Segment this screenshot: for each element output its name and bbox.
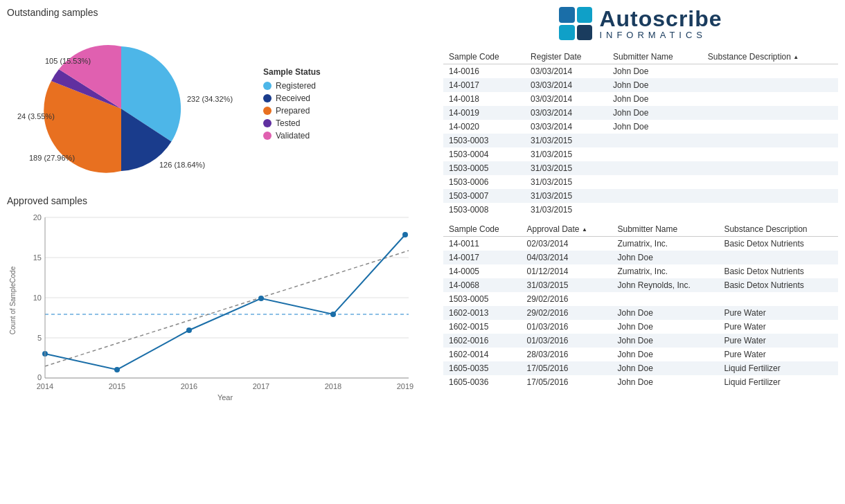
table-cell	[702, 189, 838, 203]
table-cell: 31/03/2015	[525, 147, 607, 161]
svg-text:2014: 2014	[37, 382, 53, 390]
table-cell	[612, 292, 718, 306]
table-cell: 1503-0005	[443, 292, 521, 306]
table-cell: 14-0017	[443, 78, 525, 92]
svg-text:24 (3.55%): 24 (3.55%)	[17, 112, 55, 120]
col-submitter-out[interactable]: Submitter Name	[607, 50, 702, 64]
approved-title: Approved samples	[7, 195, 429, 206]
prepared-dot	[263, 107, 272, 115]
table-cell: 17/05/2016	[521, 375, 612, 389]
table-cell	[702, 78, 838, 92]
svg-text:2015: 2015	[109, 382, 125, 390]
table-cell: Basic Detox Nutrients	[718, 278, 838, 292]
table-cell: 01/03/2016	[521, 320, 612, 334]
logo-cell-3	[559, 25, 575, 41]
svg-text:189 (27.96%): 189 (27.96%)	[29, 154, 75, 162]
left-panel: Outstanding samples	[0, 0, 436, 504]
table-cell: 31/03/2015	[525, 189, 607, 203]
table-cell: 1605-0035	[443, 361, 521, 375]
validated-dot	[263, 132, 272, 140]
table-cell: 1503-0003	[443, 134, 525, 147]
table-cell: 03/03/2014	[525, 92, 607, 106]
logo-text: Autoscribe INFORMATICS	[599, 8, 722, 40]
logo-name: Autoscribe	[599, 8, 722, 30]
table-cell: 29/02/2016	[521, 306, 612, 320]
table-cell	[607, 175, 702, 189]
svg-text:20: 20	[33, 213, 42, 222]
legend-tested: Tested	[263, 118, 321, 128]
table-cell: Pure Water	[718, 334, 838, 348]
logo-cell-1	[559, 7, 575, 23]
table-cell: 17/05/2016	[521, 361, 612, 375]
svg-text:5: 5	[37, 334, 42, 342]
svg-text:0: 0	[37, 373, 42, 381]
table-cell: 1602-0013	[443, 306, 521, 320]
table-cell	[607, 147, 702, 161]
table-cell: 03/03/2014	[525, 78, 607, 92]
pie-section: 232 (34.32%) 126 (18.64%) 189 (27.96%) 2…	[7, 22, 429, 188]
pie-legend: Sample Status Registered Received Prepar…	[263, 67, 321, 143]
table-cell	[607, 203, 702, 217]
table-cell: 31/03/2015	[525, 134, 607, 147]
col-approval-date[interactable]: Approval Date ▲	[521, 222, 612, 237]
table-cell: 14-0017	[443, 251, 521, 264]
col-sample-code-app[interactable]: Sample Code	[443, 222, 521, 237]
table-cell: 14-0068	[443, 278, 521, 292]
col-submitter-app[interactable]: Submitter Name	[612, 222, 718, 237]
svg-point-20	[186, 327, 192, 333]
table-cell: 14-0011	[443, 237, 521, 251]
table-cell: John Doe	[612, 306, 718, 320]
validated-label: Validated	[276, 131, 310, 141]
logo-cell-2	[577, 7, 593, 23]
table-cell: 1602-0014	[443, 348, 521, 361]
table-cell	[702, 175, 838, 189]
approved-table: Sample Code Approval Date ▲ Submitter Na…	[443, 222, 838, 389]
table-cell: Liquid Fertilizer	[718, 375, 838, 389]
svg-point-19	[114, 367, 120, 372]
table-cell: 14-0016	[443, 64, 525, 79]
registered-label: Registered	[276, 81, 316, 91]
svg-text:2016: 2016	[181, 382, 197, 390]
table-cell: 1503-0005	[443, 161, 525, 175]
right-panel: Autoscribe INFORMATICS Sample Code Regis…	[436, 0, 845, 504]
tested-dot	[263, 119, 272, 127]
tables-container: Sample Code Register Date Submitter Name…	[443, 50, 838, 395]
table-cell: 1602-0016	[443, 334, 521, 348]
col-substance-out[interactable]: Substance Description ▲	[702, 50, 838, 64]
received-label: Received	[276, 93, 310, 103]
table-cell: 03/03/2014	[525, 64, 607, 79]
table-cell: Pure Water	[718, 348, 838, 361]
outstanding-title: Outstanding samples	[7, 7, 429, 18]
table-cell	[702, 161, 838, 175]
table-cell: Pure Water	[718, 306, 838, 320]
table-cell: 14-0005	[443, 264, 521, 278]
logo-area: Autoscribe INFORMATICS	[443, 0, 838, 50]
table-cell	[702, 203, 838, 217]
table-cell	[702, 64, 838, 79]
table-cell: 04/03/2014	[521, 251, 612, 264]
svg-text:10: 10	[33, 294, 42, 302]
table-cell: 03/03/2014	[525, 106, 607, 120]
col-register-date[interactable]: Register Date	[525, 50, 607, 64]
table-cell	[607, 189, 702, 203]
table-cell	[718, 292, 838, 306]
col-sample-code-out[interactable]: Sample Code	[443, 50, 525, 64]
table-cell	[702, 134, 838, 147]
outstanding-table: Sample Code Register Date Submitter Name…	[443, 50, 838, 217]
svg-text:2019: 2019	[397, 382, 413, 390]
table-cell: 03/03/2014	[525, 120, 607, 134]
legend-registered: Registered	[263, 81, 321, 91]
legend-title: Sample Status	[263, 67, 321, 77]
table-cell: John Reynolds, Inc.	[612, 278, 718, 292]
svg-text:232 (34.32%): 232 (34.32%)	[187, 95, 233, 103]
col-substance-app[interactable]: Substance Description	[718, 222, 838, 237]
table-cell: John Doe	[612, 320, 718, 334]
registered-dot	[263, 82, 272, 90]
svg-text:126 (18.64%): 126 (18.64%)	[159, 161, 205, 169]
table-cell: Basic Detox Nutrients	[718, 237, 838, 251]
table-cell: 31/03/2015	[525, 161, 607, 175]
table-cell: John Doe	[612, 334, 718, 348]
sort-arrow-out: ▲	[793, 54, 799, 60]
svg-line-17	[45, 251, 409, 366]
table-cell: John Doe	[607, 106, 702, 120]
